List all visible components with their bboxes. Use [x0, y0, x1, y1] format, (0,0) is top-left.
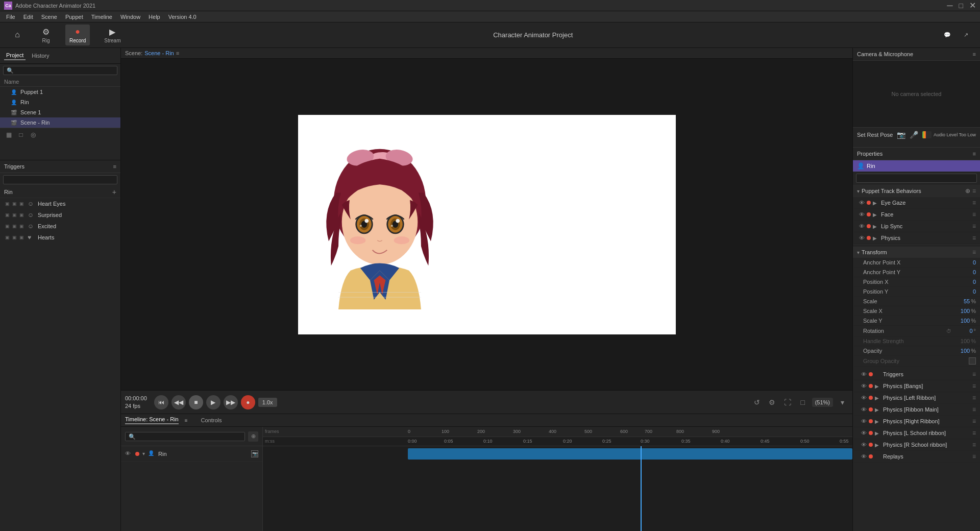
physics-menu[interactable]: ≡: [972, 234, 976, 242]
scale-value[interactable]: 55: [949, 298, 970, 304]
physics-right-ribbon-menu[interactable]: ≡: [972, 418, 976, 425]
step-forward-btn[interactable]: ▶▶: [224, 395, 238, 409]
face-menu[interactable]: ≡: [972, 211, 976, 218]
menu-version[interactable]: Version 4.0: [164, 13, 201, 21]
physics-l-school-ribbon-expand-icon[interactable]: ▶: [875, 430, 881, 436]
mic-toggle-icon[interactable]: 🎤: [910, 131, 918, 139]
play-btn[interactable]: ▶: [206, 395, 220, 409]
loop-icon-btn[interactable]: ↺: [751, 396, 763, 408]
lip-sync-menu[interactable]: ≡: [972, 223, 976, 230]
set-rest-pose-btn[interactable]: Set Rest Pose: [857, 132, 893, 138]
lip-sync-expand-icon[interactable]: ▶: [873, 224, 879, 229]
position-y-value[interactable]: 0: [955, 288, 976, 295]
transform-menu[interactable]: ≡: [972, 249, 976, 256]
timeline-add-btn[interactable]: ⊕: [248, 431, 258, 442]
physics-left-ribbon-visibility-icon[interactable]: 👁: [861, 395, 867, 401]
minimize-btn[interactable]: ─: [947, 1, 952, 10]
project-item-rin[interactable]: 👤 Rin: [0, 97, 120, 107]
triggers-subtrack-menu[interactable]: ≡: [972, 371, 976, 378]
physics-right-ribbon-visibility-icon[interactable]: 👁: [861, 418, 867, 424]
physics-ribbon-main-expand-icon[interactable]: ▶: [875, 407, 881, 413]
maximize-btn[interactable]: □: [959, 2, 963, 10]
rotation-stopwatch-icon[interactable]: ⏱: [945, 327, 952, 334]
physics-ribbon-main-visibility-icon[interactable]: 👁: [861, 406, 867, 413]
physics-visibility-icon[interactable]: 👁: [859, 235, 865, 241]
track-eye-icon[interactable]: 👁: [125, 450, 132, 457]
anchor-point-x-value[interactable]: 0: [955, 259, 976, 266]
skip-to-start-btn[interactable]: ⏮: [154, 395, 168, 409]
replays-visibility-icon[interactable]: 👁: [861, 453, 867, 460]
physics-r-school-ribbon-menu[interactable]: ≡: [972, 441, 976, 448]
camera-toggle-icon[interactable]: 📷: [897, 131, 905, 139]
zoom-level[interactable]: (51%): [812, 398, 833, 407]
physics-l-school-ribbon-visibility-icon[interactable]: 👁: [861, 430, 867, 436]
camera-menu-icon[interactable]: ≡: [973, 51, 976, 57]
physics-bangs-visibility-icon[interactable]: 👁: [861, 383, 867, 389]
physics-l-school-ribbon-menu[interactable]: ≡: [972, 429, 976, 437]
view-toggle-icon[interactable]: □: [797, 396, 809, 408]
physics-ribbon-main-menu[interactable]: ≡: [972, 406, 976, 413]
behaviors-section-menu[interactable]: ≡: [972, 187, 976, 195]
menu-file[interactable]: File: [2, 13, 19, 21]
tab-project[interactable]: Project: [4, 51, 26, 60]
rin-selector[interactable]: 👤 Rin: [853, 160, 980, 172]
tab-history[interactable]: History: [30, 52, 51, 60]
face-visibility-icon[interactable]: 👁: [859, 211, 865, 218]
scale-y-value[interactable]: 100: [949, 318, 970, 324]
behaviors-section-action-icon[interactable]: ⊕: [965, 187, 970, 195]
properties-search-input[interactable]: [856, 174, 977, 183]
physics-bangs-expand-icon[interactable]: ▶: [875, 383, 881, 389]
trigger-add-btn[interactable]: +: [112, 188, 116, 196]
track-expand-icon[interactable]: ▾: [142, 451, 145, 456]
group-opacity-checkbox[interactable]: [969, 357, 976, 365]
menu-scene[interactable]: Scene: [37, 13, 61, 21]
physics-left-ribbon-menu[interactable]: ≡: [972, 394, 976, 401]
physics-expand-icon[interactable]: ▶: [873, 235, 879, 241]
tab-controls[interactable]: Controls: [198, 416, 225, 424]
physics-left-ribbon-expand-icon[interactable]: ▶: [875, 395, 881, 401]
file-icon[interactable]: ◎: [29, 130, 38, 139]
lip-sync-visibility-icon[interactable]: 👁: [859, 223, 865, 229]
trigger-item-excited[interactable]: ▣ ▣ ▣ ☺ Excited: [0, 221, 120, 232]
eye-gaze-expand-icon[interactable]: ▶: [873, 200, 879, 206]
fullscreen-icon[interactable]: ⛶: [781, 396, 794, 408]
replays-menu[interactable]: ≡: [972, 453, 976, 460]
menu-help[interactable]: Help: [144, 13, 164, 21]
trigger-item-hearts[interactable]: ▣ ▣ ▣ ♥ Hearts: [0, 232, 120, 243]
menu-edit[interactable]: Edit: [19, 13, 37, 21]
menu-timeline[interactable]: Timeline: [87, 13, 116, 21]
physics-right-ribbon-expand-icon[interactable]: ▶: [875, 419, 881, 424]
project-search-input[interactable]: [3, 66, 117, 75]
transform-section-header[interactable]: ▾ Transform ≡: [853, 247, 980, 258]
scene-link[interactable]: Scene - Rin: [144, 50, 174, 56]
toolbar-rig-btn[interactable]: ⚙ Rig: [37, 25, 55, 45]
eye-gaze-visibility-icon[interactable]: 👁: [859, 200, 865, 206]
toolbar-stream-btn[interactable]: ▶ Stream: [100, 25, 125, 45]
chat-icon-btn[interactable]: 💬: [941, 29, 953, 41]
folder-icon[interactable]: □: [16, 130, 26, 139]
rotation-value[interactable]: 0: [952, 328, 973, 334]
menu-puppet[interactable]: Puppet: [61, 13, 87, 21]
timeline-tab-active[interactable]: Timeline: Scene - Rin: [125, 416, 179, 424]
project-item-puppet1[interactable]: 👤 Puppet 1: [0, 87, 120, 97]
trigger-item-surprised[interactable]: ▣ ▣ ▣ ☺ Surprised: [0, 209, 120, 221]
scene-menu-icon[interactable]: ≡: [176, 50, 179, 56]
properties-menu-icon[interactable]: ≡: [973, 151, 976, 157]
triggers-visibility-icon[interactable]: 👁: [861, 371, 867, 377]
share-icon-btn[interactable]: ↗: [960, 29, 972, 41]
face-expand-icon[interactable]: ▶: [873, 212, 879, 218]
trigger-item-heart-eyes[interactable]: ▣ ▣ ▣ ☺ Heart Eyes: [0, 198, 120, 209]
opacity-value[interactable]: 100: [949, 348, 970, 354]
toolbar-home-btn[interactable]: ⌂: [8, 28, 27, 43]
position-x-value[interactable]: 0: [955, 279, 976, 285]
playback-settings-icon[interactable]: ⚙: [766, 396, 778, 408]
playback-speed[interactable]: 1.0x: [258, 398, 277, 407]
transform-collapse-icon[interactable]: ▾: [857, 250, 860, 255]
grid-icon[interactable]: ▦: [4, 130, 13, 139]
scale-x-value[interactable]: 100: [949, 308, 970, 314]
close-btn[interactable]: ✕: [969, 1, 976, 10]
triggers-search-input[interactable]: [3, 175, 117, 184]
behaviors-collapse-icon[interactable]: ▾: [857, 188, 860, 194]
anchor-point-y-value[interactable]: 0: [955, 269, 976, 275]
stop-btn[interactable]: ■: [189, 395, 203, 409]
